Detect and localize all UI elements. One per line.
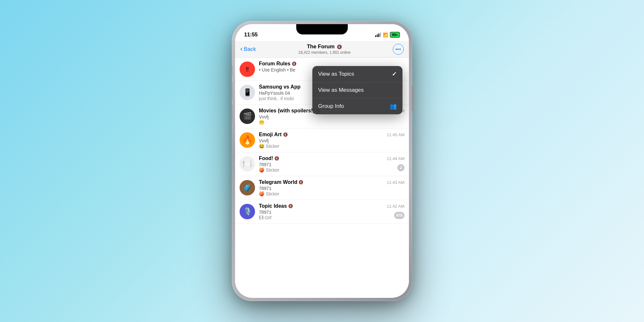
back-label: Back — [244, 46, 256, 52]
back-button[interactable]: ‹ Back — [240, 46, 256, 52]
list-item[interactable]: 🧳 Telegram World 🔇 11:43 AM 78971 🍑 Stic… — [235, 176, 409, 200]
topic-sender: 78971 — [259, 186, 404, 191]
menu-item-group-info[interactable]: Group Info 👥 — [312, 98, 402, 114]
topic-name: Forum Rules — [259, 61, 290, 67]
battery-indicator: 99+ — [390, 32, 400, 38]
topic-name: Emoji Art — [259, 132, 282, 137]
menu-item-view-as-topics[interactable]: View as Topics ✓ — [312, 66, 402, 82]
mute-button — [231, 66, 232, 76]
menu-item-label: View as Messages — [318, 87, 364, 93]
volume-up-button — [231, 82, 232, 100]
unread-badge: 2 — [397, 164, 404, 171]
group-icon: 👥 — [390, 103, 397, 110]
list-item[interactable]: 🍽️ Food! 🔇 11:44 AM 78971 🍑 Sticker 2 — [235, 152, 409, 176]
topic-time: 11:44 AM — [387, 156, 404, 161]
back-chevron-icon: ‹ — [240, 45, 242, 52]
topic-content: Telegram World 🔇 11:43 AM 78971 🍑 Sticke… — [259, 179, 404, 196]
mute-icon: 🔇 — [298, 180, 303, 185]
status-icons: 📶 99+ — [375, 32, 400, 38]
phone-screen: 11:55 📶 99+ ‹ Back The Forum 🔇 18,422 me — [235, 24, 409, 298]
volume-down-button — [231, 105, 232, 122]
topic-name: Movies (with spoilers!) — [259, 108, 314, 114]
topic-name: Food! — [259, 156, 273, 161]
menu-item-label: Group Info — [318, 103, 344, 109]
topic-message: 🍑 Sticker — [259, 191, 404, 196]
topic-icon-forum-rules: ‼️ — [240, 62, 255, 77]
signal-icon — [375, 33, 381, 37]
menu-item-label: View as Topics — [318, 71, 354, 77]
mute-icon: 🔇 — [283, 132, 288, 137]
notch — [296, 24, 348, 34]
mute-icon: 🔇 — [292, 62, 297, 66]
status-time: 11:55 — [244, 32, 258, 38]
list-item[interactable]: 🎙️ Topic Ideas 🔇 11:42 AM 78971 🎞 GIF 97… — [235, 200, 409, 224]
topic-sender: 78971 — [259, 162, 404, 167]
wifi-icon: 📶 — [383, 33, 388, 37]
topic-message: 🎞 GIF — [259, 215, 404, 220]
context-menu: View as Topics ✓ View as Messages Group … — [312, 66, 402, 114]
topic-time: 11:45 AM — [387, 132, 404, 137]
topic-icon-emoji-art: 🔥 — [240, 132, 255, 148]
topic-content: Food! 🔇 11:44 AM 78971 🍑 Sticker — [259, 156, 404, 173]
group-title: The Forum 🔇 — [259, 43, 390, 50]
topic-message: 😂 Sticker — [259, 144, 404, 149]
topic-icon-samsung: 📱 — [240, 85, 255, 100]
topic-sender: Vvvfj — [259, 114, 404, 119]
check-icon: ✓ — [392, 71, 397, 78]
topic-icon-movies: 🎬 — [240, 109, 255, 124]
mute-icon: 🔇 — [288, 204, 293, 208]
more-options-icon: ••• — [395, 47, 401, 52]
topic-icon-topic-ideas: 🎙️ — [240, 204, 255, 219]
navigation-bar: ‹ Back The Forum 🔇 18,422 members, 1,901… — [235, 41, 409, 58]
topic-content: Emoji Art 🔇 11:45 AM Vvvfj 😂 Sticker — [259, 132, 404, 149]
topic-message: 😁 — [259, 120, 404, 125]
more-options-button[interactable]: ••• — [393, 44, 404, 55]
unread-badge: 978 — [394, 212, 404, 219]
muted-icon: 🔇 — [337, 44, 342, 49]
list-item[interactable]: 🔥 Emoji Art 🔇 11:45 AM Vvvfj 😂 Sticker — [235, 128, 409, 152]
phone-device: 11:55 📶 99+ ‹ Back The Forum 🔇 18,422 me — [232, 21, 412, 301]
power-button — [412, 85, 413, 111]
topic-icon-food: 🍽️ — [240, 156, 255, 172]
topic-name: Telegram World — [259, 179, 297, 185]
topic-message: 🍑 Sticker — [259, 167, 404, 173]
menu-item-view-as-messages[interactable]: View as Messages — [312, 82, 402, 98]
group-subtitle: 18,422 members, 1,901 online — [259, 50, 390, 55]
topic-sender: Vvvfj — [259, 138, 404, 143]
topic-sender: 78971 — [259, 210, 404, 215]
topic-icon-telegram-world: 🧳 — [240, 180, 255, 195]
topic-name: Samsung vs App — [259, 84, 300, 90]
topic-content: Topic Ideas 🔇 11:42 AM 78971 🎞 GIF — [259, 203, 404, 220]
mute-icon: 🔇 — [274, 156, 279, 161]
nav-center: The Forum 🔇 18,422 members, 1,901 online — [259, 43, 390, 55]
topic-name: Topic Ideas — [259, 203, 287, 209]
topic-time: 11:43 AM — [387, 180, 404, 185]
topic-time: 11:42 AM — [387, 204, 404, 209]
